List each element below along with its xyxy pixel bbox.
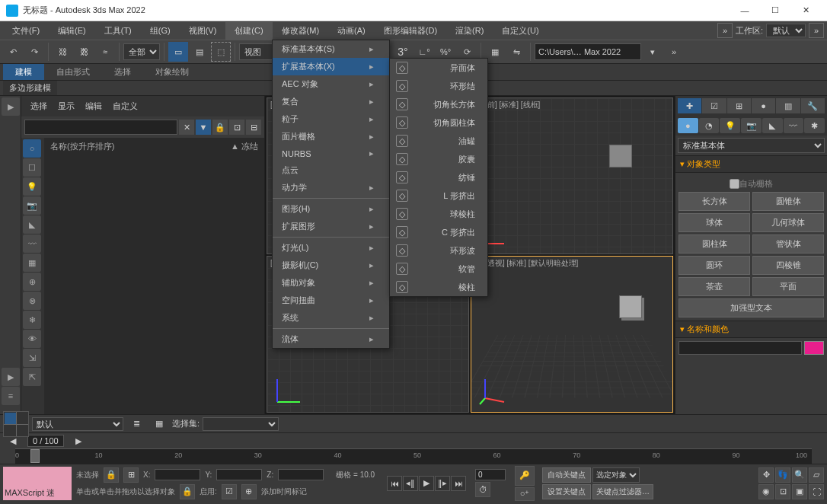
btn-box[interactable]: 长方体	[679, 192, 750, 211]
coord-z-input[interactable]	[278, 469, 324, 480]
filter-shapes-icon[interactable]: ☐	[23, 158, 41, 177]
next-frame-button[interactable]: ‖▸	[435, 476, 450, 491]
selection-filter[interactable]: 全部	[123, 43, 160, 60]
filter-geometry-icon[interactable]: ○	[23, 139, 41, 158]
scene-filter-icon[interactable]: ▼	[196, 120, 211, 135]
create-menu-item-2[interactable]: AEC 对象▸	[273, 75, 389, 93]
create-menu-item-14[interactable]: 摄影机(C)▸	[273, 257, 389, 274]
play-button[interactable]: ▶	[419, 476, 434, 491]
ext-prim-item-0[interactable]: ◇异面体	[390, 59, 487, 77]
undo-button[interactable]: ↶	[3, 42, 23, 62]
isolate-button[interactable]: ▦	[149, 414, 169, 434]
filter-collapse-icon[interactable]: ⇱	[23, 368, 41, 386]
frame-indicator[interactable]: 0 / 100	[27, 435, 64, 447]
cat-cameras-icon[interactable]: 📷	[741, 118, 762, 133]
ext-prim-item-3[interactable]: ◇切角圆柱体	[390, 113, 487, 132]
minimize-button[interactable]: —	[730, 0, 760, 21]
select-button[interactable]: ▭	[168, 42, 188, 62]
cat-lights-icon[interactable]: 💡	[720, 118, 740, 133]
scene-head-select[interactable]: 选择	[27, 99, 50, 113]
scene-head-display[interactable]: 显示	[55, 99, 78, 113]
create-menu-item-1[interactable]: 扩展基本体(X)▸◇异面体◇环形结◇切角长方体◇切角圆柱体◇油罐◇胶囊◇纺锤◇L…	[273, 58, 389, 75]
create-menu-item-7[interactable]: 点云	[273, 161, 389, 179]
selection-set-select[interactable]	[203, 417, 279, 431]
coord-y-input[interactable]	[216, 469, 262, 480]
auto-key-button[interactable]: 自动关键点	[542, 467, 591, 483]
filter-spacewarps-icon[interactable]: 〰	[23, 234, 41, 253]
ribbon-tab-selection[interactable]: 选择	[102, 64, 143, 80]
cat-shapes-icon[interactable]: ◔	[699, 118, 720, 133]
nav-walk-icon[interactable]: 👣	[775, 467, 790, 483]
filter-frozen-icon[interactable]: ❄	[23, 311, 41, 329]
filter-xref-icon[interactable]: ⊕	[23, 273, 41, 291]
scene-col-freeze[interactable]: ▲ 冻结	[231, 141, 258, 152]
select-name-button[interactable]: ▤	[190, 42, 209, 62]
btn-cone[interactable]: 圆锥体	[752, 192, 824, 211]
auto-grid-checkbox[interactable]	[730, 179, 739, 189]
menu-create[interactable]: 创建(C)	[225, 22, 272, 40]
ribbon-tab-freeform[interactable]: 自由形式	[44, 64, 102, 80]
maximize-button[interactable]: ☐	[760, 0, 790, 21]
left-icon-1[interactable]: ▶	[2, 97, 20, 116]
coord-x-input[interactable]	[155, 469, 200, 480]
ext-prim-item-6[interactable]: ◇纺锤	[390, 168, 487, 187]
path-field[interactable]	[535, 43, 641, 60]
ext-prim-item-12[interactable]: ◇棱柱	[390, 278, 487, 296]
mirror-button[interactable]: ⇋	[506, 42, 526, 62]
filter-hidden-icon[interactable]: 👁	[23, 330, 41, 348]
create-menu-item-5[interactable]: 面片栅格▸	[273, 128, 389, 145]
nav-orbit-icon[interactable]: ◉	[758, 484, 774, 499]
menu-rendering[interactable]: 渲染(R)	[446, 22, 493, 40]
help-button[interactable]: »	[717, 23, 733, 38]
scene-head-edit[interactable]: 编辑	[82, 99, 105, 113]
create-subcategory-select[interactable]: 标准基本体	[678, 138, 825, 153]
link-button[interactable]: ⛓	[53, 42, 72, 62]
viewport-layout-button[interactable]	[3, 411, 29, 437]
filter-expand-icon[interactable]: ⇲	[23, 349, 41, 367]
cat-helpers-icon[interactable]: ◣	[762, 118, 783, 133]
set-key-button[interactable]: ○⁺	[515, 487, 535, 501]
key-mode-button[interactable]: 🔑	[515, 466, 535, 486]
key-target-select[interactable]: 选定对象	[592, 467, 640, 483]
ribbon-tab-modeling[interactable]: 建模	[3, 64, 44, 80]
key-filters-button[interactable]: 关键点过滤器…	[592, 484, 653, 499]
create-menu-item-8[interactable]: 动力学▸	[273, 179, 389, 196]
scene-tree[interactable]	[44, 155, 264, 414]
btn-plane[interactable]: 平面	[752, 277, 824, 296]
scene-explorer-select[interactable]: 默认	[32, 417, 123, 431]
scene-search-input[interactable]	[24, 120, 177, 135]
ribbon-sub-label[interactable]: 多边形建模	[3, 81, 57, 95]
nav-zoom-icon[interactable]: 🔍	[792, 467, 807, 483]
filter-cameras-icon[interactable]: 📷	[23, 196, 41, 215]
scene-view-1[interactable]: ⊡	[229, 120, 244, 135]
lock-selection-icon[interactable]: 🔒	[104, 467, 119, 483]
tab-motion[interactable]: ●	[752, 98, 775, 113]
script-lock-icon[interactable]: 🔒	[180, 484, 195, 499]
viewport-perspective[interactable]: [+] [透视] [标准] [默认明暗处理]	[471, 256, 673, 413]
create-menu-item-11[interactable]: 扩展图形▸	[273, 218, 389, 235]
create-menu-item-13[interactable]: 灯光(L)▸	[273, 239, 389, 257]
ext-prim-item-2[interactable]: ◇切角长方体	[390, 95, 487, 113]
time-slider[interactable]	[30, 449, 40, 463]
scene-col-name[interactable]: 名称(按升序排序)	[50, 141, 114, 152]
tab-create[interactable]: ✚	[678, 98, 701, 113]
nav-fov-icon[interactable]: ▱	[809, 467, 824, 483]
vp-persp-label[interactable]: [+] [透视] [标准] [默认明暗处理]	[474, 258, 578, 269]
create-menu-item-3[interactable]: 复合▸	[273, 93, 389, 110]
path-dropdown[interactable]: ▾	[643, 42, 663, 62]
create-menu-item-0[interactable]: 标准基本体(S)▸	[273, 40, 389, 58]
scene-lock-icon[interactable]: 🔒	[212, 120, 228, 135]
menu-animation[interactable]: 动画(A)	[328, 22, 375, 40]
menu-customize[interactable]: 自定义(U)	[493, 22, 548, 40]
btn-cylinder[interactable]: 圆柱体	[679, 234, 750, 254]
create-menu-item-19[interactable]: 流体▸	[273, 330, 389, 348]
rollout-object-type[interactable]: ▾ 对象类型	[675, 155, 827, 173]
create-menu-item-10[interactable]: 图形(H)▸	[273, 200, 389, 218]
viewport-front[interactable]: [+] [前] [标准] [线框]	[471, 97, 673, 254]
menu-views[interactable]: 视图(V)	[180, 22, 226, 40]
nav-pan-icon[interactable]: ✥	[758, 467, 774, 483]
ribbon-tab-object-paint[interactable]: 对象绘制	[143, 64, 201, 80]
add-tag-icon[interactable]: ⊕	[241, 484, 257, 499]
object-name-input[interactable]	[679, 341, 802, 355]
menu-graph-editors[interactable]: 图形编辑器(D)	[375, 22, 446, 40]
